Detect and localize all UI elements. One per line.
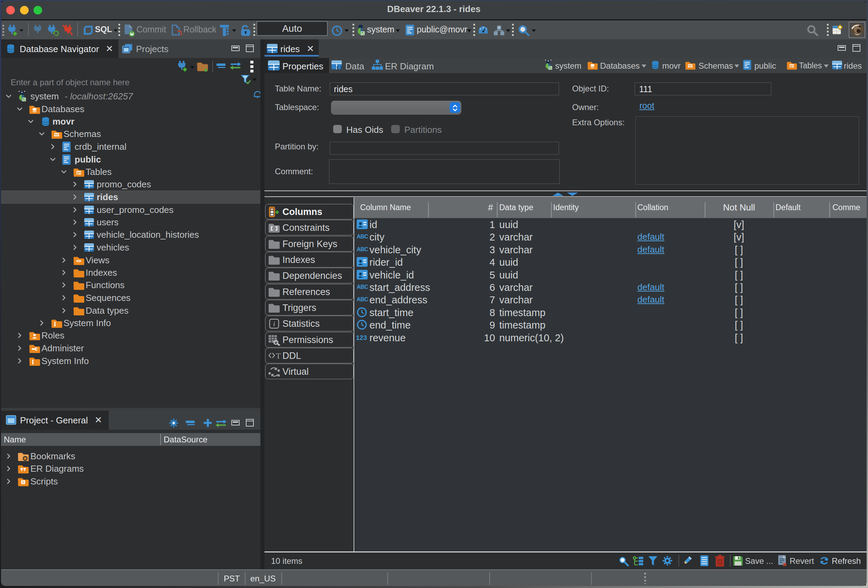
svg-text:i: i (273, 320, 275, 327)
svg-text:T: T (276, 351, 281, 360)
